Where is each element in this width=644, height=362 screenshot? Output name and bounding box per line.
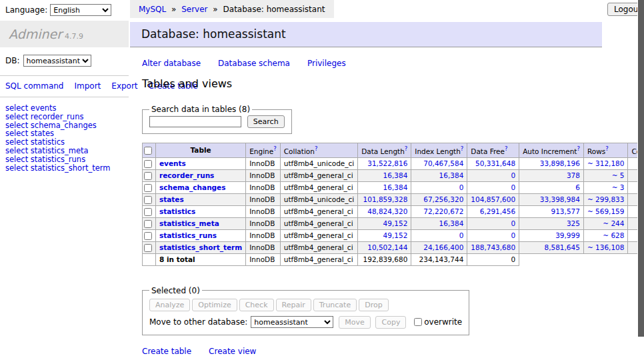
- engine-cell: InnoDB: [246, 157, 281, 169]
- engine-cell: InnoDB: [246, 193, 281, 205]
- table-link-statistics_short_term[interactable]: statistics_short_term: [159, 243, 242, 251]
- overwrite-checkbox[interactable]: [414, 318, 422, 326]
- total-label-cell: 8 in total: [156, 253, 246, 265]
- table-link-recorder_runs[interactable]: recorder_runs: [159, 171, 214, 179]
- sidebar-command-links: SQL commandImportExportCreate table: [0, 76, 129, 97]
- breadcrumb: MySQL » Server » Database: homeassistant: [130, 0, 334, 18]
- sidebar-item-select-statistics-short-term[interactable]: select statistics_short_term: [5, 164, 123, 173]
- table-link-statistics_runs[interactable]: statistics_runs: [159, 231, 217, 239]
- search-button[interactable]: Search: [247, 115, 285, 128]
- selected-actions: AnalyzeOptimizeCheckRepairTruncateDrop: [149, 299, 462, 311]
- collation-cell: utf8mb4_unicode_ci: [280, 157, 357, 169]
- move-row: Move to other database:homeassistant Mov…: [149, 316, 462, 329]
- engine-cell: InnoDB: [246, 241, 281, 253]
- sidebar-table-list: select eventsselect recorder_runsselect …: [0, 97, 129, 179]
- breadcrumb-link-mysql[interactable]: MySQL: [139, 5, 166, 14]
- main-content: MySQL » Server » Database: homeassistant…: [130, 0, 602, 362]
- rows-cell: ~ 244: [583, 217, 628, 229]
- language-select[interactable]: English: [50, 4, 111, 16]
- analyze-button[interactable]: Analyze: [149, 299, 190, 311]
- data-length-cell: 31,522,816: [358, 157, 411, 169]
- db-select[interactable]: homeassistant: [23, 55, 91, 67]
- data-length-cell: 48,824,320: [358, 205, 411, 217]
- auto-increment-cell: 325: [519, 217, 584, 229]
- column-header-data-free: Data Free?: [467, 143, 519, 158]
- table-link-events[interactable]: events: [159, 159, 186, 167]
- scrollbar[interactable]: [637, 0, 644, 362]
- search-legend: Search data in tables (8): [149, 105, 252, 114]
- db-selector-row: DB:homeassistant: [0, 47, 129, 76]
- sidebar-item-select-recorder-runs[interactable]: select recorder_runs: [5, 113, 123, 121]
- data-length-cell: 16,384: [358, 181, 411, 193]
- sidebar-item-select-statistics-runs[interactable]: select statistics_runs: [5, 155, 123, 164]
- column-header-data-length: Data Length?: [358, 143, 411, 158]
- column-help-link[interactable]: ?: [273, 145, 277, 152]
- table-link-statistics[interactable]: statistics: [159, 207, 195, 215]
- menu-link-import[interactable]: Import: [74, 81, 101, 91]
- row-checkbox[interactable]: [144, 208, 152, 216]
- move-button[interactable]: Move: [339, 316, 371, 329]
- row-checkbox[interactable]: [144, 220, 152, 228]
- auto-increment-cell: 8,581,645: [519, 241, 584, 253]
- table-name-cell: events: [156, 157, 246, 169]
- rows-cell: ~ 5: [583, 169, 628, 181]
- check-button[interactable]: Check: [239, 299, 274, 311]
- repair-button[interactable]: Repair: [276, 299, 311, 311]
- table-name-cell: schema_changes: [156, 181, 246, 193]
- row-checkbox[interactable]: [144, 160, 152, 168]
- table-link-statistics_meta[interactable]: statistics_meta: [159, 219, 219, 227]
- create-link-create-table[interactable]: Create table: [142, 347, 191, 356]
- index-length-cell: 70,467,584: [411, 157, 467, 169]
- rows-cell: ~ 3: [583, 181, 628, 193]
- table-row: statisticsInnoDButf8mb4_general_ci48,824…: [143, 205, 644, 217]
- tables-table: TableEngine?Collation?Data Length?Index …: [142, 143, 644, 266]
- table-row: eventsInnoDButf8mb4_unicode_ci31,522,816…: [143, 157, 644, 169]
- move-db-select[interactable]: homeassistant: [251, 316, 333, 328]
- truncate-button[interactable]: Truncate: [313, 299, 357, 311]
- row-checkbox[interactable]: [144, 184, 152, 192]
- column-help-link[interactable]: ?: [315, 145, 318, 152]
- db-action-links: Alter databaseDatabase schemaPrivileges: [142, 59, 602, 68]
- drop-button[interactable]: Drop: [359, 299, 388, 311]
- column-help-link[interactable]: ?: [605, 145, 609, 152]
- action-link-privileges[interactable]: Privileges: [307, 59, 346, 68]
- create-link-create-view[interactable]: Create view: [209, 347, 256, 356]
- total-blank-cell: [519, 253, 584, 265]
- search-input[interactable]: [149, 116, 241, 127]
- scrollbar-thumb[interactable]: [638, 0, 644, 337]
- row-checkbox[interactable]: [144, 172, 152, 180]
- row-checkbox-cell: [143, 181, 156, 193]
- total-data-free-cell: 0: [467, 253, 519, 265]
- copy-button[interactable]: Copy: [375, 316, 406, 329]
- select-all-checkbox[interactable]: [144, 147, 152, 155]
- column-help-link[interactable]: ?: [505, 145, 508, 152]
- data-length-cell: 16,384: [358, 169, 411, 181]
- data-free-cell: 188,743,680: [467, 241, 519, 253]
- table-row: statistics_short_termInnoDButf8mb4_gener…: [143, 241, 644, 253]
- collation-cell: utf8mb4_general_ci: [280, 217, 357, 229]
- column-help-link[interactable]: ?: [461, 145, 464, 152]
- row-checkbox-cell: [143, 205, 156, 217]
- data-free-cell: 0: [467, 217, 519, 229]
- row-checkbox[interactable]: [144, 232, 152, 240]
- column-header-index-length: Index Length?: [411, 143, 467, 158]
- table-name-cell: statistics: [156, 205, 246, 217]
- sidebar-item-select-events[interactable]: select events: [5, 104, 123, 113]
- action-link-alter-database[interactable]: Alter database: [142, 59, 201, 68]
- action-link-database-schema[interactable]: Database schema: [218, 59, 290, 68]
- index-length-cell: 24,166,400: [411, 241, 467, 253]
- column-help-link[interactable]: ?: [577, 145, 580, 152]
- table-link-states[interactable]: states: [159, 195, 184, 203]
- column-help-link[interactable]: ?: [405, 145, 408, 152]
- column-label: Auto Increment: [523, 147, 577, 155]
- table-link-schema_changes[interactable]: schema_changes: [159, 183, 226, 191]
- row-checkbox[interactable]: [144, 244, 152, 252]
- auto-increment-cell: 6: [519, 181, 584, 193]
- total-collation-cell: utf8mb4_general_ci: [280, 253, 357, 265]
- engine-cell: InnoDB: [246, 169, 281, 181]
- menu-link-sql-command[interactable]: SQL command: [5, 81, 63, 91]
- sidebar-item-select-statistics-meta[interactable]: select statistics_meta: [5, 147, 123, 155]
- optimize-button[interactable]: Optimize: [192, 299, 237, 311]
- breadcrumb-link-server[interactable]: Server: [181, 5, 207, 14]
- row-checkbox[interactable]: [144, 196, 152, 204]
